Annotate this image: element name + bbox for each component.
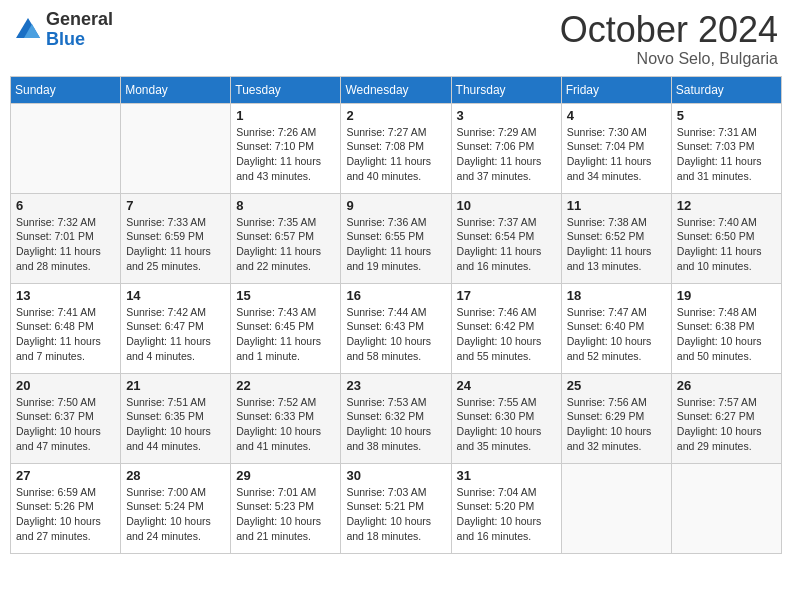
calendar-day-header: Saturday xyxy=(671,76,781,103)
day-number: 7 xyxy=(126,198,225,213)
day-info: Sunrise: 7:57 AMSunset: 6:27 PMDaylight:… xyxy=(677,395,776,454)
day-number: 4 xyxy=(567,108,666,123)
day-info: Sunrise: 7:29 AMSunset: 7:06 PMDaylight:… xyxy=(457,125,556,184)
calendar-cell: 30Sunrise: 7:03 AMSunset: 5:21 PMDayligh… xyxy=(341,463,451,553)
day-info: Sunrise: 7:32 AMSunset: 7:01 PMDaylight:… xyxy=(16,215,115,274)
calendar-cell: 28Sunrise: 7:00 AMSunset: 5:24 PMDayligh… xyxy=(121,463,231,553)
day-number: 9 xyxy=(346,198,445,213)
calendar-cell: 10Sunrise: 7:37 AMSunset: 6:54 PMDayligh… xyxy=(451,193,561,283)
calendar-cell: 13Sunrise: 7:41 AMSunset: 6:48 PMDayligh… xyxy=(11,283,121,373)
calendar-cell: 31Sunrise: 7:04 AMSunset: 5:20 PMDayligh… xyxy=(451,463,561,553)
calendar-cell: 2Sunrise: 7:27 AMSunset: 7:08 PMDaylight… xyxy=(341,103,451,193)
calendar-cell: 24Sunrise: 7:55 AMSunset: 6:30 PMDayligh… xyxy=(451,373,561,463)
day-info: Sunrise: 7:47 AMSunset: 6:40 PMDaylight:… xyxy=(567,305,666,364)
day-info: Sunrise: 7:37 AMSunset: 6:54 PMDaylight:… xyxy=(457,215,556,274)
calendar-cell: 23Sunrise: 7:53 AMSunset: 6:32 PMDayligh… xyxy=(341,373,451,463)
calendar-cell: 19Sunrise: 7:48 AMSunset: 6:38 PMDayligh… xyxy=(671,283,781,373)
day-info: Sunrise: 7:50 AMSunset: 6:37 PMDaylight:… xyxy=(16,395,115,454)
day-number: 26 xyxy=(677,378,776,393)
day-info: Sunrise: 7:46 AMSunset: 6:42 PMDaylight:… xyxy=(457,305,556,364)
day-number: 6 xyxy=(16,198,115,213)
day-info: Sunrise: 7:38 AMSunset: 6:52 PMDaylight:… xyxy=(567,215,666,274)
day-number: 5 xyxy=(677,108,776,123)
day-number: 22 xyxy=(236,378,335,393)
day-info: Sunrise: 7:36 AMSunset: 6:55 PMDaylight:… xyxy=(346,215,445,274)
day-number: 18 xyxy=(567,288,666,303)
calendar-cell: 17Sunrise: 7:46 AMSunset: 6:42 PMDayligh… xyxy=(451,283,561,373)
location-text: Novo Selo, Bulgaria xyxy=(560,50,778,68)
day-number: 12 xyxy=(677,198,776,213)
day-info: Sunrise: 7:44 AMSunset: 6:43 PMDaylight:… xyxy=(346,305,445,364)
calendar-cell: 21Sunrise: 7:51 AMSunset: 6:35 PMDayligh… xyxy=(121,373,231,463)
logo-general-text: General xyxy=(46,10,113,30)
logo: General Blue xyxy=(14,10,113,50)
logo-icon xyxy=(14,16,42,44)
day-info: Sunrise: 7:26 AMSunset: 7:10 PMDaylight:… xyxy=(236,125,335,184)
calendar-cell: 15Sunrise: 7:43 AMSunset: 6:45 PMDayligh… xyxy=(231,283,341,373)
month-title: October 2024 xyxy=(560,10,778,50)
day-number: 15 xyxy=(236,288,335,303)
page-header: General Blue October 2024 Novo Selo, Bul… xyxy=(10,10,782,68)
day-number: 29 xyxy=(236,468,335,483)
calendar-cell: 9Sunrise: 7:36 AMSunset: 6:55 PMDaylight… xyxy=(341,193,451,283)
calendar-cell: 26Sunrise: 7:57 AMSunset: 6:27 PMDayligh… xyxy=(671,373,781,463)
day-info: Sunrise: 7:03 AMSunset: 5:21 PMDaylight:… xyxy=(346,485,445,544)
calendar-day-header: Wednesday xyxy=(341,76,451,103)
day-number: 24 xyxy=(457,378,556,393)
day-number: 8 xyxy=(236,198,335,213)
day-info: Sunrise: 7:27 AMSunset: 7:08 PMDaylight:… xyxy=(346,125,445,184)
day-info: Sunrise: 7:43 AMSunset: 6:45 PMDaylight:… xyxy=(236,305,335,364)
day-number: 11 xyxy=(567,198,666,213)
day-number: 19 xyxy=(677,288,776,303)
calendar-week-row: 6Sunrise: 7:32 AMSunset: 7:01 PMDaylight… xyxy=(11,193,782,283)
day-number: 27 xyxy=(16,468,115,483)
calendar-day-header: Tuesday xyxy=(231,76,341,103)
day-info: Sunrise: 7:52 AMSunset: 6:33 PMDaylight:… xyxy=(236,395,335,454)
calendar-cell: 22Sunrise: 7:52 AMSunset: 6:33 PMDayligh… xyxy=(231,373,341,463)
calendar-cell: 18Sunrise: 7:47 AMSunset: 6:40 PMDayligh… xyxy=(561,283,671,373)
day-number: 13 xyxy=(16,288,115,303)
title-block: October 2024 Novo Selo, Bulgaria xyxy=(560,10,778,68)
day-info: Sunrise: 7:30 AMSunset: 7:04 PMDaylight:… xyxy=(567,125,666,184)
calendar-week-row: 20Sunrise: 7:50 AMSunset: 6:37 PMDayligh… xyxy=(11,373,782,463)
calendar-week-row: 1Sunrise: 7:26 AMSunset: 7:10 PMDaylight… xyxy=(11,103,782,193)
day-number: 23 xyxy=(346,378,445,393)
day-info: Sunrise: 7:53 AMSunset: 6:32 PMDaylight:… xyxy=(346,395,445,454)
calendar-cell: 14Sunrise: 7:42 AMSunset: 6:47 PMDayligh… xyxy=(121,283,231,373)
calendar-header-row: SundayMondayTuesdayWednesdayThursdayFrid… xyxy=(11,76,782,103)
calendar-cell: 25Sunrise: 7:56 AMSunset: 6:29 PMDayligh… xyxy=(561,373,671,463)
day-number: 16 xyxy=(346,288,445,303)
calendar-cell: 3Sunrise: 7:29 AMSunset: 7:06 PMDaylight… xyxy=(451,103,561,193)
day-number: 25 xyxy=(567,378,666,393)
calendar-cell: 8Sunrise: 7:35 AMSunset: 6:57 PMDaylight… xyxy=(231,193,341,283)
calendar-cell: 5Sunrise: 7:31 AMSunset: 7:03 PMDaylight… xyxy=(671,103,781,193)
day-info: Sunrise: 7:35 AMSunset: 6:57 PMDaylight:… xyxy=(236,215,335,274)
day-info: Sunrise: 7:56 AMSunset: 6:29 PMDaylight:… xyxy=(567,395,666,454)
calendar-cell: 29Sunrise: 7:01 AMSunset: 5:23 PMDayligh… xyxy=(231,463,341,553)
day-info: Sunrise: 7:55 AMSunset: 6:30 PMDaylight:… xyxy=(457,395,556,454)
calendar-cell xyxy=(121,103,231,193)
day-info: Sunrise: 7:04 AMSunset: 5:20 PMDaylight:… xyxy=(457,485,556,544)
day-info: Sunrise: 7:31 AMSunset: 7:03 PMDaylight:… xyxy=(677,125,776,184)
day-number: 28 xyxy=(126,468,225,483)
logo-blue-text: Blue xyxy=(46,30,113,50)
day-info: Sunrise: 7:48 AMSunset: 6:38 PMDaylight:… xyxy=(677,305,776,364)
day-info: Sunrise: 7:01 AMSunset: 5:23 PMDaylight:… xyxy=(236,485,335,544)
day-info: Sunrise: 7:51 AMSunset: 6:35 PMDaylight:… xyxy=(126,395,225,454)
day-number: 31 xyxy=(457,468,556,483)
calendar-week-row: 27Sunrise: 6:59 AMSunset: 5:26 PMDayligh… xyxy=(11,463,782,553)
day-number: 30 xyxy=(346,468,445,483)
calendar-day-header: Friday xyxy=(561,76,671,103)
day-info: Sunrise: 7:33 AMSunset: 6:59 PMDaylight:… xyxy=(126,215,225,274)
day-number: 14 xyxy=(126,288,225,303)
calendar-table: SundayMondayTuesdayWednesdayThursdayFrid… xyxy=(10,76,782,554)
calendar-week-row: 13Sunrise: 7:41 AMSunset: 6:48 PMDayligh… xyxy=(11,283,782,373)
calendar-cell xyxy=(561,463,671,553)
calendar-cell: 27Sunrise: 6:59 AMSunset: 5:26 PMDayligh… xyxy=(11,463,121,553)
calendar-cell: 20Sunrise: 7:50 AMSunset: 6:37 PMDayligh… xyxy=(11,373,121,463)
day-info: Sunrise: 7:42 AMSunset: 6:47 PMDaylight:… xyxy=(126,305,225,364)
calendar-cell: 4Sunrise: 7:30 AMSunset: 7:04 PMDaylight… xyxy=(561,103,671,193)
day-info: Sunrise: 7:41 AMSunset: 6:48 PMDaylight:… xyxy=(16,305,115,364)
day-number: 3 xyxy=(457,108,556,123)
day-info: Sunrise: 6:59 AMSunset: 5:26 PMDaylight:… xyxy=(16,485,115,544)
